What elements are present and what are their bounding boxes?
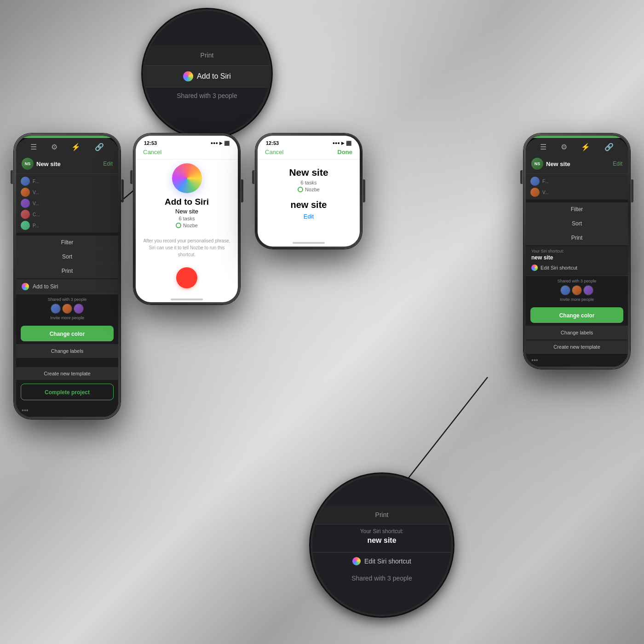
phone2-add-siri-title: Add to Siri <box>136 197 238 207</box>
phone1-change-color-btn[interactable]: Change color <box>21 326 114 341</box>
phone1-bottom-dots: ••• <box>16 404 118 417</box>
lightning-icon: ⚡ <box>71 143 80 151</box>
phone4-avatar: NS <box>531 158 543 170</box>
phone3-edit-link[interactable]: Edit <box>258 213 360 220</box>
phone1-menu: Filter Sort Print <box>16 236 118 278</box>
phone4-change-color-btn[interactable]: Change color <box>530 307 623 323</box>
phone-1-frame: ☰ ⚙ ⚡ 🔗 NS New site Edit F... <box>16 136 118 417</box>
phone3-status-bar: 12:53 ●●● ▶ ⬛ <box>258 136 360 147</box>
phone2-nozbe-label: Nozbe <box>183 223 198 228</box>
phone4-edit-btn[interactable]: Edit <box>613 161 622 167</box>
shared-av-1 <box>51 304 61 314</box>
phone1-complete-label: Complete project <box>45 389 90 396</box>
phone2-record-section <box>136 264 238 296</box>
phone4-menu: Filter Sort Print <box>526 202 628 245</box>
phone4-shared-section: Shared with 3 people Invite more people <box>526 276 628 305</box>
phone4-edit-siri-label: Edit Siri shortcut <box>540 265 577 270</box>
phone1-edit-btn[interactable]: Edit <box>103 161 113 167</box>
phone4-shared-label: Shared with 3 people <box>531 279 622 283</box>
phone4-link-icon: 🔗 <box>604 143 614 151</box>
phone3-cancel-btn[interactable]: Cancel <box>265 149 283 155</box>
zoom-siri-icon <box>183 71 193 81</box>
phone1-item-4: C... <box>21 209 114 220</box>
phone2-description: After you record your personalised phras… <box>136 230 238 264</box>
phone4-filter[interactable]: Filter <box>526 202 628 217</box>
phone1-print[interactable]: Print <box>16 264 118 278</box>
phone4-sidebar-av-1 <box>530 177 540 186</box>
phone1-sort[interactable]: Sort <box>16 250 118 264</box>
phone1-complete-project-wrap: Complete project <box>21 384 114 400</box>
phone1-filter[interactable]: Filter <box>16 236 118 250</box>
phone1-complete-project-btn[interactable]: Complete project <box>21 384 114 400</box>
phone4-screen: ☰ ⚙ ⚡ 🔗 NS New site Edit F... <box>526 138 628 367</box>
zoom-edit-siri-row[interactable]: Edit Siri shortcut <box>312 552 451 570</box>
phone3-done-btn[interactable]: Done <box>338 149 353 155</box>
phone3-nozbe-row: Nozbe <box>258 187 360 192</box>
link-icon: 🔗 <box>95 143 104 151</box>
phone4-siri-shortcut-label: Your Siri shortcut: <box>531 249 622 253</box>
zoom-edit-siri-icon <box>352 557 361 565</box>
phone2-time: 12:53 <box>144 140 157 146</box>
phone1-create-template <box>16 358 118 367</box>
sidebar-av-4 <box>21 210 30 219</box>
phone1-shared-label: Shared with 3 people <box>22 297 113 302</box>
zoom-add-siri-item[interactable]: Add to Siri <box>144 66 270 87</box>
phone4-shared-av-2 <box>572 285 582 295</box>
sidebar-av-2 <box>21 188 30 197</box>
phone2-record-btn[interactable] <box>176 267 197 288</box>
phone1-screen: ☰ ⚙ ⚡ 🔗 NS New site Edit F... <box>16 138 118 417</box>
phone2-screen: 12:53 ●●● ▶ ⬛ Cancel Add to Siri New sit… <box>136 136 238 302</box>
phone1-item-5: P... <box>21 220 114 231</box>
shared-av-2 <box>62 304 72 314</box>
phone2-status-icons: ●●● ▶ ⬛ <box>211 141 230 146</box>
phone4-avatars-row <box>531 285 622 295</box>
phone4-print[interactable]: Print <box>526 231 628 245</box>
phone3-home-bar <box>293 242 325 244</box>
phone4-create-template[interactable]: Create new template <box>526 340 628 354</box>
phone1-avatar: NS <box>22 158 34 170</box>
phone4-change-labels[interactable]: Change labels <box>526 326 628 339</box>
phone4-sort[interactable]: Sort <box>526 217 628 231</box>
zoom-bottom-shared-label: Shared with 3 people <box>312 570 451 585</box>
shared-av-3 <box>74 304 84 314</box>
phone1-invite-label[interactable]: Invite more people <box>22 316 113 320</box>
phone4-sidebar-av-2 <box>530 188 540 197</box>
phone4-sidebar-items: F... V... <box>526 174 628 200</box>
zoom-siri-shortcut-name: new site <box>322 536 442 545</box>
phone4-siri-icon <box>531 264 538 271</box>
phone4-edit-siri-row[interactable]: Edit Siri shortcut <box>531 263 622 273</box>
phone4-item-2: V... <box>530 187 623 198</box>
phone2-cancel-btn[interactable]: Cancel <box>143 149 161 155</box>
phone4-title: New site <box>546 161 570 167</box>
phone3-nozbe-label: Nozbe <box>305 187 320 192</box>
phone3-nozbe-icon <box>298 187 303 192</box>
phone1-nav: ☰ ⚙ ⚡ 🔗 <box>16 138 118 154</box>
phone-4-frame: ☰ ⚙ ⚡ 🔗 NS New site Edit F... <box>526 136 628 367</box>
phone1-siri-label: Add to Siri <box>33 283 58 290</box>
phone1-item-1: F... <box>21 176 114 187</box>
phone-3-frame: 12:53 ●●● ▶ ⬛ Cancel Done New site 6 tas… <box>258 136 360 247</box>
phone3-project-title: New site <box>258 167 360 178</box>
zoom-edit-siri-label: Edit Siri shortcut <box>364 558 411 565</box>
phone3-project-section: New site 6 tasks Nozbe new site Edit <box>258 160 360 224</box>
phone4-siri-shortcut-section: Your Siri shortcut: new site Edit Siri s… <box>526 246 628 276</box>
phone4-gear-icon: ⚙ <box>561 143 567 151</box>
phone1-change-color-label: Change color <box>50 331 85 337</box>
phone1-change-labels[interactable]: Change labels <box>16 344 118 358</box>
zoom-circle-top: Print Add to Siri Shared with 3 people <box>143 9 271 138</box>
phone1-title: New site <box>36 161 61 167</box>
phone1-create-template-btn[interactable]: Create new template <box>16 367 118 380</box>
phone3-status-icons: ●●● ▶ ⬛ <box>333 141 351 146</box>
phone3-time: 12:53 <box>266 140 279 146</box>
sidebar-av-5 <box>21 221 30 230</box>
phone2-top-bar: Cancel <box>136 147 238 160</box>
phone2-home <box>136 296 238 302</box>
phone2-tasks-count: 6 tasks <box>136 216 238 221</box>
phone1-item-2: V... <box>21 187 114 198</box>
phone2-status-bar: 12:53 ●●● ▶ ⬛ <box>136 136 238 147</box>
phone4-change-color-label: Change color <box>559 312 595 319</box>
phone4-invite-label[interactable]: Invite more people <box>531 297 622 302</box>
phone1-siri-row[interactable]: Add to Siri <box>16 279 118 294</box>
zoom-shared-label: Shared with 3 people <box>144 87 270 102</box>
zoom-shortcut-section: Your Siri shortcut: new site <box>312 524 451 552</box>
